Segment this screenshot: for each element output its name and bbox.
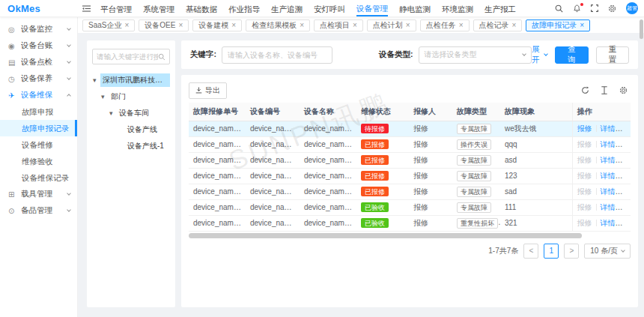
tab-close-icon[interactable]: × bbox=[512, 22, 517, 29]
detail-action[interactable]: 详情 bbox=[601, 156, 623, 164]
menu-item[interactable]: 环境监测 bbox=[442, 1, 473, 16]
tree-node[interactable]: ▾深圳市讯鹏科技有限公司 bbox=[92, 72, 170, 88]
scrollbar-thumb[interactable] bbox=[189, 233, 582, 238]
tab-item[interactable]: 设备OEE× bbox=[139, 19, 189, 31]
delete-action[interactable]: 删除 bbox=[624, 219, 631, 227]
menu-item[interactable]: 平台管理 bbox=[100, 1, 132, 16]
sidebar-item[interactable]: ◷设备保养 bbox=[0, 70, 77, 87]
menu-item[interactable]: 系统管理 bbox=[143, 1, 174, 16]
tab-close-icon[interactable]: × bbox=[580, 22, 584, 29]
delete-action[interactable]: 删除 bbox=[624, 203, 631, 211]
next-page-button[interactable]: > bbox=[564, 244, 579, 259]
tree-node[interactable]: 设备产线-1 bbox=[92, 138, 170, 154]
tree-node-label[interactable]: 深圳市讯鹏科技有限公司 bbox=[100, 73, 170, 87]
tab-close-icon[interactable]: × bbox=[300, 22, 304, 29]
caret-down-icon[interactable]: ▾ bbox=[109, 109, 117, 117]
tree-node[interactable]: 设备产线 bbox=[92, 121, 170, 138]
tree-search-input[interactable] bbox=[97, 52, 158, 61]
tab-close-icon[interactable]: × bbox=[231, 22, 236, 29]
tree-node-label[interactable]: 设备产线-1 bbox=[125, 139, 166, 153]
export-button[interactable]: 导出 bbox=[189, 82, 227, 99]
table-row[interactable]: device_name004-20...device_name004device… bbox=[189, 215, 631, 231]
sidebar-item[interactable]: ✈设备维保 bbox=[0, 87, 77, 103]
repair-action[interactable]: 报修 bbox=[577, 124, 592, 133]
delete-action[interactable]: 删除 bbox=[624, 140, 631, 148]
table-row[interactable]: device_name004-20...device_name004device… bbox=[189, 152, 631, 168]
tree-node[interactable]: ▾设备车间 bbox=[92, 105, 170, 121]
sidebar-subitem[interactable]: 故障申报记录 bbox=[0, 120, 77, 136]
tab-close-icon[interactable]: × bbox=[124, 22, 129, 29]
sidebar-subitem[interactable]: 设备维保记录 bbox=[0, 169, 77, 186]
tree-node[interactable]: ▾部门 bbox=[92, 88, 170, 105]
table-row[interactable]: device_name003-20...device_name003device… bbox=[189, 184, 631, 199]
table-row[interactable]: device_name003-20...device_name003device… bbox=[189, 121, 631, 136]
tab-item[interactable]: 点检记录× bbox=[473, 19, 523, 31]
gear-icon[interactable] bbox=[608, 4, 616, 13]
tab-item[interactable]: 点检项目× bbox=[314, 19, 363, 31]
delete-action[interactable]: 删除 bbox=[624, 124, 631, 133]
tab-item[interactable]: 设备建模× bbox=[192, 19, 242, 31]
tab-close-icon[interactable]: × bbox=[406, 22, 410, 29]
detail-action[interactable]: 详情 bbox=[601, 219, 623, 227]
tab-close-icon[interactable]: × bbox=[178, 22, 183, 29]
menu-item[interactable]: 生产报工 bbox=[484, 1, 516, 16]
tree-node-label[interactable]: 部门 bbox=[109, 90, 128, 103]
bell-icon[interactable] bbox=[573, 4, 581, 13]
device-type-select[interactable]: 请选择设备类型 bbox=[419, 46, 532, 64]
sidebar-subitem[interactable]: 设备维修 bbox=[0, 136, 77, 153]
keyword-input[interactable] bbox=[222, 46, 332, 64]
tree-node-label[interactable]: 设备产线 bbox=[125, 123, 160, 136]
caret-down-icon[interactable]: ▾ bbox=[101, 93, 109, 100]
menu-item[interactable]: 基础数据 bbox=[186, 1, 217, 16]
search-button[interactable]: 查 询 bbox=[555, 46, 588, 64]
tab-item[interactable]: SaaS企业× bbox=[82, 19, 135, 31]
menu-item[interactable]: 静电监测 bbox=[399, 1, 431, 16]
delete-action[interactable]: 删除 bbox=[624, 187, 631, 196]
column-height-icon[interactable] bbox=[601, 86, 608, 94]
menu-item[interactable]: 作业指导 bbox=[228, 1, 260, 16]
tab-item[interactable]: 检查结果模板× bbox=[246, 19, 310, 31]
sidebar-subitem[interactable]: 故障申报 bbox=[0, 103, 77, 120]
fullscreen-icon[interactable] bbox=[591, 4, 598, 12]
prev-page-button[interactable]: < bbox=[523, 244, 538, 259]
delete-action[interactable]: 删除 bbox=[624, 172, 631, 180]
menu-fold-icon[interactable] bbox=[78, 5, 94, 12]
tab-close-icon[interactable]: × bbox=[459, 22, 464, 29]
detail-action[interactable]: 详情 bbox=[601, 172, 623, 180]
horizontal-scrollbar[interactable] bbox=[189, 233, 631, 238]
caret-down-icon[interactable]: ▾ bbox=[93, 76, 100, 84]
tree-node-label[interactable]: 设备车间 bbox=[117, 106, 151, 120]
table-settings-gear-icon[interactable] bbox=[619, 86, 628, 94]
sidebar-item[interactable]: ◎设备监控 bbox=[0, 21, 77, 37]
sidebar-item[interactable]: ◉设备台账 bbox=[0, 37, 77, 54]
detail-action[interactable]: 详情 bbox=[601, 203, 623, 211]
tab-close-icon[interactable]: × bbox=[353, 22, 357, 29]
table-row[interactable]: device_name001-20...device_name001device… bbox=[189, 136, 631, 152]
reset-button[interactable]: 重 置 bbox=[596, 46, 629, 64]
table-row[interactable]: device_name004-20...device_name004device… bbox=[189, 199, 631, 215]
detail-action[interactable]: 详情 bbox=[601, 140, 623, 148]
sidebar-item[interactable]: ⊞载具管理 bbox=[0, 186, 77, 202]
search-icon[interactable] bbox=[158, 53, 165, 61]
tab-item[interactable]: 点检任务× bbox=[420, 19, 470, 31]
search-icon[interactable] bbox=[555, 4, 563, 13]
table-row[interactable]: device_name004-20...device_name004device… bbox=[189, 168, 631, 184]
delete-action[interactable]: 删除 bbox=[624, 156, 631, 164]
tab-item[interactable]: 点检计划× bbox=[367, 19, 416, 31]
user-avatar[interactable]: 超管 bbox=[626, 2, 638, 14]
page-number-button[interactable]: 1 bbox=[544, 244, 559, 259]
tab-item[interactable]: 故障申报记录× bbox=[526, 19, 590, 31]
menu-item[interactable]: 安灯呼叫 bbox=[314, 1, 345, 16]
sidebar-item[interactable]: ▤设备点检 bbox=[0, 54, 77, 70]
refresh-icon[interactable] bbox=[581, 86, 589, 94]
detail-action[interactable]: 详情 bbox=[601, 124, 623, 133]
detail-action[interactable]: 详情 bbox=[601, 187, 623, 196]
expand-toggle[interactable]: 展开 bbox=[532, 44, 547, 65]
page-size-select[interactable]: 10 条/页 bbox=[584, 244, 631, 259]
sidebar-subitem[interactable]: 维修验收 bbox=[0, 153, 77, 169]
page-scrollbar-thumb[interactable] bbox=[640, 19, 643, 39]
menu-item[interactable]: 生产追溯 bbox=[271, 1, 303, 16]
cell-report-no: device_name004-20... bbox=[189, 168, 246, 184]
menu-item[interactable]: 设备管理 bbox=[356, 1, 388, 16]
sidebar-item[interactable]: ⊙备品管理 bbox=[0, 202, 77, 219]
